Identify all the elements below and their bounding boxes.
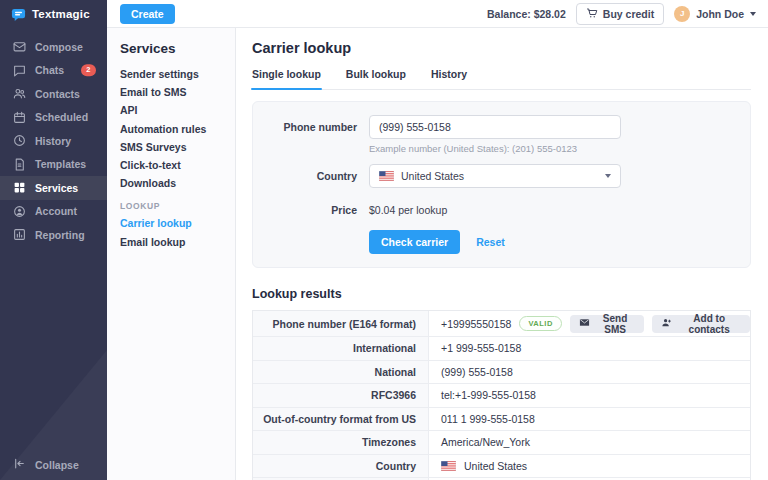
price-label: Price — [253, 204, 357, 216]
country-label: Country — [253, 170, 357, 182]
brand-logo[interactable]: Textmagic — [0, 0, 107, 28]
result-row-country: CountryUnited States — [253, 455, 750, 479]
sidebar-item-label: Account — [35, 205, 77, 217]
sidebar-item-label: Templates — [35, 158, 86, 170]
contacts-icon — [13, 87, 26, 100]
subnav-item-email-lookup[interactable]: Email lookup — [120, 233, 227, 251]
result-value-text: tel:+1-999-555-0158 — [441, 389, 536, 401]
lookup-form-card: Phone number Example number (United Stat… — [252, 101, 751, 268]
send-sms-button[interactable]: Send SMS — [570, 315, 644, 333]
phone-number-input[interactable] — [369, 115, 621, 139]
sidebar-item-label: Reporting — [35, 229, 85, 241]
collapse-icon-slot — [13, 457, 26, 472]
lookup-section-label: LOOKUP — [120, 201, 227, 211]
result-row-label: Timezones — [253, 431, 429, 454]
price-value: $0.04 per lookup — [369, 204, 447, 216]
result-row-value: +19995550158VALIDSend SMSAdd to contacts — [429, 311, 750, 336]
balance-text: Balance: $28.02 — [487, 8, 566, 20]
app-window: Textmagic ComposeChats2ContactsScheduled… — [0, 0, 768, 480]
user-name: John Doe — [696, 8, 744, 20]
result-row-label: Country — [253, 455, 429, 478]
subnav-item-downloads[interactable]: Downloads — [120, 174, 227, 192]
result-row-label: National — [253, 361, 429, 384]
result-row-value: United States — [429, 455, 750, 478]
result-row-phone-number-e164-format: Phone number (E164 format)+19995550158VA… — [253, 311, 750, 337]
subnav-lookup-items: Carrier lookupEmail lookup — [120, 214, 227, 250]
subnav-title: Services — [120, 41, 227, 56]
buy-credit-button[interactable]: Buy credit — [576, 3, 664, 25]
phone-example-hint: Example number (United States): (201) 55… — [369, 143, 750, 154]
tab-single-lookup[interactable]: Single lookup — [252, 68, 321, 89]
sidebar-item-label: Contacts — [35, 88, 80, 100]
page-title: Carrier lookup — [252, 40, 751, 56]
unread-count-badge: 2 — [81, 65, 96, 77]
sidebar-item-scheduled[interactable]: Scheduled — [0, 106, 107, 130]
check-carrier-button[interactable]: Check carrier — [369, 230, 460, 254]
subnav-item-sender-settings[interactable]: Sender settings — [120, 65, 227, 83]
chevron-down-icon — [605, 174, 611, 178]
subnav-item-click-to-text[interactable]: Click-to-text — [120, 156, 227, 174]
us-flag-icon — [441, 461, 456, 471]
sidebar-item-chats[interactable]: Chats2 — [0, 59, 107, 83]
subnav-item-automation-rules[interactable]: Automation rules — [120, 120, 227, 138]
services-subnav: Services Sender settingsEmail to SMSAPIA… — [107, 28, 236, 480]
brand-name: Textmagic — [32, 8, 90, 20]
sidebar-item-services[interactable]: Services — [0, 176, 107, 200]
textmagic-logo-icon — [11, 7, 26, 22]
sidebar-item-history[interactable]: History — [0, 129, 107, 153]
subnav-item-carrier-lookup[interactable]: Carrier lookup — [120, 214, 227, 232]
country-select[interactable]: United States — [369, 164, 621, 188]
create-button[interactable]: Create — [120, 4, 175, 24]
reporting-icon — [13, 228, 26, 241]
result-value-text: America/New_York — [441, 436, 530, 448]
sidebar-item-templates[interactable]: Templates — [0, 153, 107, 177]
sidebar-item-label: Scheduled — [35, 111, 88, 123]
cart-icon-slot — [586, 7, 598, 21]
phone-number-label: Phone number — [253, 121, 357, 133]
user-menu[interactable]: J John Doe — [674, 6, 756, 22]
tab-history[interactable]: History — [431, 68, 467, 89]
result-row-value: tel:+1-999-555-0158 — [429, 384, 750, 407]
top-header: Create Balance: $28.02 Buy credit J John… — [107, 0, 768, 28]
sidebar-nav: ComposeChats2ContactsScheduledHistoryTem… — [0, 35, 107, 247]
add-to-contacts-button[interactable]: Add to contacts — [652, 315, 750, 333]
sidebar-item-compose[interactable]: Compose — [0, 35, 107, 59]
result-row-rfc3966: RFC3966tel:+1-999-555-0158 — [253, 384, 750, 408]
result-value-text: (999) 555-0158 — [441, 366, 513, 378]
person-plus-icon — [661, 317, 672, 330]
collapse-button[interactable]: Collapse — [13, 457, 79, 472]
country-selected-value: United States — [401, 170, 464, 182]
buy-credit-label: Buy credit — [603, 8, 654, 20]
result-value-text: +19995550158 — [441, 318, 511, 330]
result-row-timezones: TimezonesAmerica/New_York — [253, 431, 750, 455]
services-icon — [13, 181, 26, 194]
sidebar-item-account[interactable]: Account — [0, 200, 107, 224]
mail-icon — [579, 317, 590, 330]
primary-sidebar: Textmagic ComposeChats2ContactsScheduled… — [0, 0, 107, 480]
subnav-item-email-to-sms[interactable]: Email to SMS — [120, 83, 227, 101]
lookup-results-title: Lookup results — [252, 287, 751, 301]
compose-icon — [13, 40, 26, 53]
send-sms-button-label: Send SMS — [595, 313, 635, 335]
reset-button[interactable]: Reset — [476, 236, 505, 248]
us-flag-icon — [379, 171, 394, 181]
result-row-value: +1 999-555-0158 — [429, 337, 750, 360]
result-row-value: America/New_York — [429, 431, 750, 454]
result-value-text: 011 1 999-555-0158 — [441, 413, 535, 425]
sidebar-item-label: Services — [35, 182, 78, 194]
sidebar-item-label: Chats — [35, 64, 64, 76]
valid-status-badge: VALID — [519, 316, 561, 331]
result-row-label: International — [253, 337, 429, 360]
sidebar-item-reporting[interactable]: Reporting — [0, 223, 107, 247]
result-value-text: United States — [464, 460, 527, 472]
tab-bulk-lookup[interactable]: Bulk lookup — [346, 68, 406, 89]
result-row-out-of-country-format-from-us: Out-of-country format from US011 1 999-5… — [253, 408, 750, 432]
subnav-item-api[interactable]: API — [120, 101, 227, 119]
sidebar-item-contacts[interactable]: Contacts — [0, 82, 107, 106]
subnav-item-sms-surveys[interactable]: SMS Surveys — [120, 138, 227, 156]
result-row-label: Phone number (E164 format) — [253, 311, 429, 336]
avatar: J — [674, 6, 690, 22]
add-to-contacts-button-label: Add to contacts — [677, 313, 741, 335]
result-value-text: +1 999-555-0158 — [441, 342, 521, 354]
country-flag-slot — [379, 171, 394, 181]
